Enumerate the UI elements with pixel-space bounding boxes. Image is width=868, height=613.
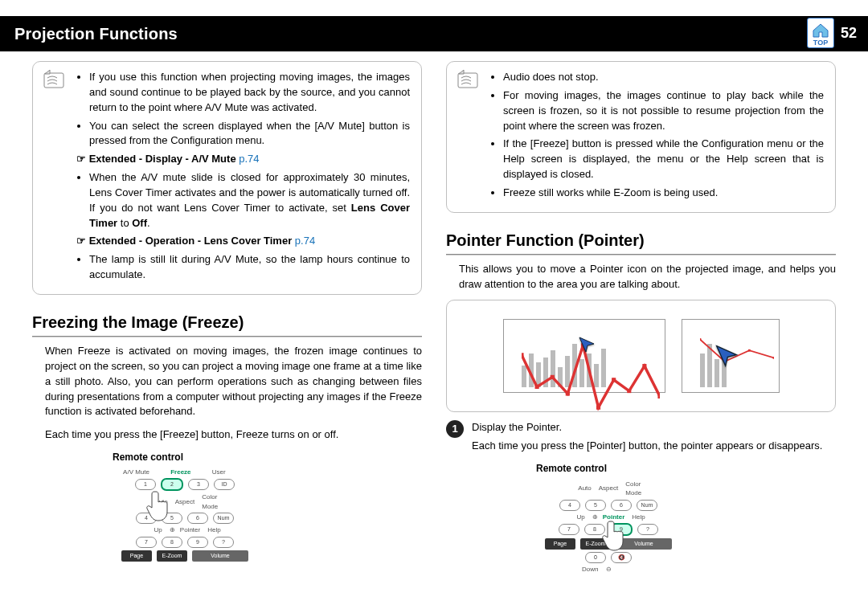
btn-caption: Freeze: [170, 468, 190, 477]
top-icon-label: TOP: [813, 39, 828, 47]
btn-caption: Down: [571, 565, 601, 574]
note-item: If the [Freeze] button is pressed while …: [503, 137, 824, 182]
remote-footer: Page: [121, 550, 152, 562]
svg-rect-2: [522, 353, 524, 358]
xref-pointer-icon: ☞: [76, 235, 86, 247]
xref-page-link[interactable]: p.74: [239, 153, 259, 165]
note-item: If you use this function when projecting…: [89, 70, 410, 116]
remote-control: Auto Aspect Color Mode 4 5 6 Num Up: [536, 480, 681, 575]
btn-caption: Auto: [564, 484, 594, 493]
remote-footer: Page: [545, 538, 575, 550]
header-bar: Projection Functions TOP 52: [0, 16, 868, 51]
house-icon: [811, 22, 830, 39]
btn-caption: Auto: [141, 497, 170, 507]
note-item: The lamp is still lit during A/V Mute, s…: [89, 252, 410, 283]
top-icon-button[interactable]: TOP: [807, 18, 834, 48]
btn-caption: ⊕: [170, 525, 175, 535]
body-paragraph: Each time you press the [Freeze] button,…: [45, 427, 422, 443]
remote-button[interactable]: ID: [214, 479, 235, 490]
svg-rect-1: [458, 73, 477, 88]
remote-button[interactable]: 7: [559, 524, 579, 535]
note-item: Audio does not stop.: [503, 70, 824, 85]
svg-rect-9: [627, 389, 631, 393]
remote-footer: E-Zoom: [157, 550, 187, 562]
note-box-left: If you use this function when projecting…: [32, 61, 422, 295]
remote-button-pointer[interactable]: 9: [610, 523, 633, 536]
remote-button[interactable]: 3: [188, 479, 209, 490]
xref-line: ☞ Extended - Display - A/V Mute p.74: [76, 152, 410, 167]
remote-button[interactable]: Num: [213, 513, 234, 524]
remote-button[interactable]: 8: [584, 524, 605, 535]
remote-footer: Volume: [616, 538, 672, 550]
remote-button[interactable]: 8: [162, 537, 182, 548]
btn-caption: Up: [135, 525, 165, 535]
svg-rect-0: [44, 73, 63, 88]
remote-button[interactable]: 9: [187, 537, 208, 548]
note-item: You can select the screen displayed when…: [89, 119, 410, 149]
remote-control-figure: Remote control Auto Aspect Color Mode 4 …: [536, 462, 836, 574]
remote-button-freeze[interactable]: 2: [161, 478, 183, 491]
remote-button[interactable]: 0: [585, 552, 606, 563]
remote-button[interactable]: 1: [135, 479, 156, 490]
note-box-right: Audio does not stop. For moving images, …: [446, 61, 836, 213]
svg-rect-3: [534, 385, 538, 389]
remote-button[interactable]: 4: [559, 500, 580, 511]
chart-mini-right: [682, 319, 780, 393]
btn-caption: Up: [558, 513, 588, 522]
remote-control-figure: Remote control A/V Mute Freeze User 1 2 …: [113, 451, 422, 562]
svg-rect-8: [612, 378, 616, 382]
remote-control: A/V Mute Freeze User 1 2 3 ID Auto Aspec…: [113, 468, 257, 562]
page-number: 52: [841, 25, 857, 42]
svg-rect-4: [550, 375, 554, 379]
remote-button[interactable]: Num: [637, 500, 657, 511]
svg-rect-5: [565, 392, 569, 396]
remote-button[interactable]: 7: [136, 537, 157, 548]
btn-caption: Color Mode: [623, 480, 653, 498]
btn-caption: ⊕: [592, 513, 598, 522]
note-icon: [455, 70, 482, 91]
btn-caption: Color Mode: [199, 492, 229, 511]
remote-button[interactable]: ?: [213, 537, 234, 548]
xref-line: ☞ Extended - Operation - Lens Cover Time…: [76, 234, 410, 249]
remote-footer: Volume: [192, 550, 248, 562]
pointer-arrow-icon: [714, 344, 739, 368]
note-icon: [41, 70, 68, 91]
svg-rect-12: [700, 338, 701, 341]
xref-path: Extended - Operation - Lens Cover Timer: [89, 235, 293, 247]
btn-caption: A/V Mute: [123, 468, 149, 477]
remote-footer: E-Zoom: [580, 538, 611, 550]
remote-button[interactable]: 5: [585, 500, 606, 511]
svg-rect-7: [596, 406, 600, 410]
svg-rect-15: [772, 357, 773, 359]
note-item: Freeze still works while E-Zoom is being…: [503, 186, 824, 201]
text: to: [117, 217, 132, 229]
btn-caption: User: [212, 468, 226, 477]
svg-rect-11: [657, 394, 660, 398]
text: .: [147, 217, 150, 229]
body-paragraph: When Freeze is activated on moving image…: [45, 344, 422, 419]
section-heading-freeze: Freezing the Image (Freeze): [32, 311, 422, 334]
svg-rect-10: [642, 364, 646, 368]
section-rule: [32, 336, 422, 337]
remote-button[interactable]: 4: [136, 513, 157, 524]
btn-caption: Aspect: [599, 484, 618, 493]
btn-caption: ⊖: [606, 565, 612, 574]
remote-button[interactable]: 🔇: [611, 552, 632, 563]
section-rule: [446, 254, 836, 255]
remote-button[interactable]: 6: [187, 513, 208, 524]
btn-caption: Pointer: [603, 513, 625, 522]
remote-button[interactable]: 5: [162, 513, 182, 524]
remote-button[interactable]: ?: [637, 524, 658, 535]
pointer-arrow-icon: [578, 336, 596, 353]
chart-mini-left: [503, 319, 665, 393]
remote-button[interactable]: 6: [611, 500, 632, 511]
note-item: When the A/V mute slide is closed for ap…: [89, 170, 410, 231]
remote-control-label: Remote control: [113, 451, 422, 464]
text-bold: Off: [132, 217, 147, 229]
xref-page-link[interactable]: p.74: [295, 235, 315, 247]
xref-pointer-icon: ☞: [76, 153, 86, 165]
body-paragraph: This allows you to move a Pointer icon o…: [459, 262, 836, 292]
remote-control-label: Remote control: [536, 462, 836, 476]
btn-caption: Help: [205, 525, 235, 535]
page-title: Projection Functions: [14, 25, 178, 43]
